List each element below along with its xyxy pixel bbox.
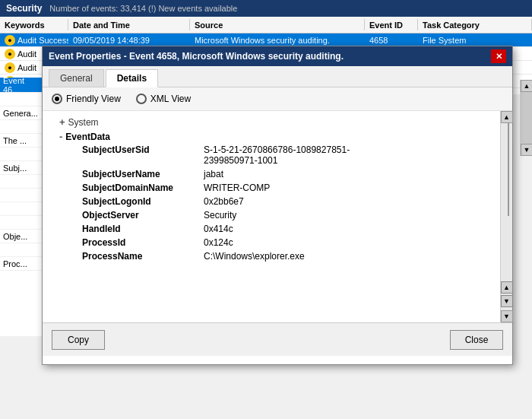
data-item-subjectdomainname: SubjectDomainName WRITER-COMP: [52, 181, 491, 195]
value-processid: 0x124c: [204, 237, 233, 248]
main-scroll-up[interactable]: ▲: [521, 80, 532, 92]
data-item-objectserver: ObjectServer Security: [52, 208, 491, 222]
scrollbar-thumb[interactable]: [508, 123, 509, 216]
modal-buttons: Copy Close: [43, 322, 512, 356]
column-headers: Keywords Date and Time Source Event ID T…: [0, 17, 532, 33]
event-properties-dialog: Event Properties - Event 4658, Microsoft…: [42, 46, 513, 365]
xml-view-option[interactable]: XML View: [136, 94, 191, 104]
key-subjectusername: SubjectUserName: [82, 169, 204, 179]
tab-general[interactable]: General: [49, 69, 104, 87]
value-processname: C:\Windows\explorer.exe: [204, 251, 305, 262]
data-item-processid: ProcessId 0x124c: [52, 236, 491, 249]
audit-icon: ●: [5, 49, 15, 59]
left-panel-selected-item[interactable]: Event 46...: [0, 78, 43, 93]
friendly-view-label: Friendly View: [66, 94, 121, 104]
value-subjectusersid: S-1-5-21-2670866786-1089827851-239985097…: [204, 144, 350, 166]
left-panel-item: Obje...: [0, 230, 43, 243]
left-panel-item: The ...: [0, 134, 43, 148]
tab-details[interactable]: Details: [106, 69, 158, 87]
left-panel-item: [0, 216, 43, 230]
left-panel-item: Genera...: [0, 106, 43, 120]
left-panel: Event 46... Genera... The ... Subj... Ob…: [0, 78, 43, 336]
key-objectserver: ObjectServer: [82, 210, 204, 221]
left-panel-item: [0, 189, 43, 202]
system-section-header: + System: [52, 114, 491, 129]
col-header-taskcategory[interactable]: Task Category: [418, 19, 532, 30]
main-scrollbar: ▲ ▼: [520, 80, 532, 156]
data-item-subjectusername: SubjectUserName jabat: [52, 167, 491, 181]
col-header-source[interactable]: Source: [190, 19, 365, 30]
col-header-keywords[interactable]: Keywords: [0, 19, 68, 30]
value-subjectdomainname: WRITER-COMP: [204, 183, 270, 193]
scrollbar-down-button[interactable]: ▼: [501, 310, 513, 322]
cell-taskcategory: File System: [418, 36, 532, 45]
key-processname: ProcessName: [82, 251, 204, 262]
left-panel-item: Proc...: [0, 257, 43, 271]
left-panel-item: Subj...: [0, 161, 43, 175]
main-window: Security Number of events: 33,414 (!) Ne…: [0, 0, 532, 419]
scroll-up-arrow-button[interactable]: ▲: [501, 281, 513, 294]
left-panel-item: [0, 148, 43, 161]
cell-keywords: ● Audit Success: [0, 35, 68, 46]
scrollbar-up-button[interactable]: ▲: [501, 111, 513, 123]
key-subjectlogonid: SubjectLogonId: [82, 196, 204, 207]
modal-title-bar: Event Properties - Event 4658, Microsoft…: [43, 46, 512, 66]
friendly-view-radio[interactable]: [52, 94, 62, 104]
modal-scrollbar: ▲ ▲ ▼ ▼: [500, 111, 512, 322]
modal-scroll-content[interactable]: + System - EventData SubjectUserSid S-1-…: [43, 111, 500, 322]
modal-close-x-button[interactable]: ✕: [491, 49, 506, 63]
scrollbar-arrow-buttons: ▲ ▼: [501, 281, 513, 307]
key-subjectusersid: SubjectUserSid: [82, 144, 204, 166]
modal-tabs: General Details: [43, 66, 512, 87]
system-toggle-icon[interactable]: +: [59, 116, 65, 128]
eventdata-section-header: - EventData: [52, 129, 491, 143]
xml-view-radio[interactable]: [136, 94, 147, 104]
eventdata-section-label: EventData: [65, 132, 110, 142]
main-scroll-thumb[interactable]: [521, 92, 532, 144]
main-scroll-down[interactable]: ▼: [521, 144, 532, 156]
view-options: Friendly View XML View: [43, 87, 512, 111]
cell-datetime: 09/05/2019 14:48:39: [68, 36, 190, 45]
value-objectserver: Security: [204, 210, 236, 221]
cell-source: Microsoft Windows security auditing.: [190, 36, 365, 45]
window-title: Security: [6, 3, 42, 14]
modal-title: Event Properties - Event 4658, Microsoft…: [49, 51, 344, 62]
xml-view-label: XML View: [150, 94, 191, 104]
data-item-handleid: HandleId 0x414c: [52, 222, 491, 236]
left-panel-item: [0, 202, 43, 216]
system-section-label: System: [68, 117, 99, 128]
key-handleid: HandleId: [82, 224, 204, 234]
audit-icon: ●: [5, 62, 15, 73]
data-item-processname: ProcessName C:\Windows\explorer.exe: [52, 249, 491, 263]
left-panel-item: [0, 175, 43, 189]
title-bar: Security Number of events: 33,414 (!) Ne…: [0, 0, 532, 17]
audit-icon: ●: [5, 35, 15, 46]
value-subjectlogonid: 0x2bb6e7: [204, 196, 244, 207]
eventdata-toggle-icon[interactable]: -: [59, 131, 62, 142]
data-item-subjectusersid: SubjectUserSid S-1-5-21-2670866786-10898…: [52, 143, 491, 167]
key-processid: ProcessId: [82, 237, 204, 248]
left-panel-item: [0, 243, 43, 257]
modal-content-area: + System - EventData SubjectUserSid S-1-…: [43, 111, 512, 322]
key-subjectdomainname: SubjectDomainName: [82, 183, 204, 193]
value-handleid: 0x414c: [204, 224, 233, 234]
cell-eventid: 4658: [365, 36, 418, 45]
friendly-view-option[interactable]: Friendly View: [52, 94, 121, 104]
scroll-down-arrow-button[interactable]: ▼: [501, 295, 513, 307]
event-count-info: Number of events: 33,414 (!) New events …: [49, 4, 237, 13]
value-subjectusername: jabat: [204, 169, 223, 179]
left-panel-item: [0, 120, 43, 134]
data-item-subjectlogonid: SubjectLogonId 0x2bb6e7: [52, 195, 491, 208]
col-header-eventid[interactable]: Event ID: [365, 19, 418, 30]
left-panel-item: [0, 93, 43, 106]
col-header-datetime[interactable]: Date and Time: [68, 19, 190, 30]
copy-button[interactable]: Copy: [52, 330, 105, 350]
close-button[interactable]: Close: [450, 330, 503, 350]
